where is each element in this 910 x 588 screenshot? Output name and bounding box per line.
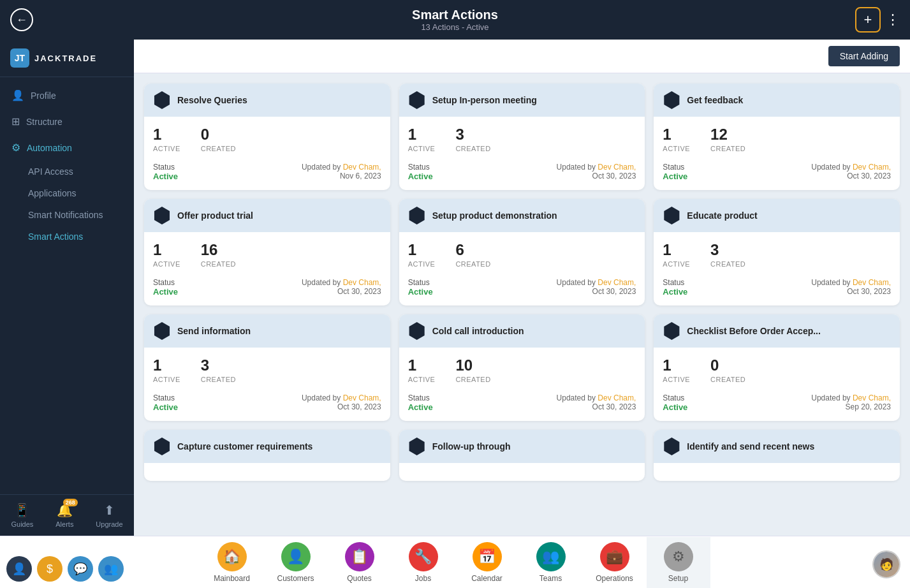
action-card-resolve-queries[interactable]: Resolve Queries 1 ACTIVE 0 CREATED <box>144 84 390 190</box>
dollar-icon-button[interactable]: $ <box>37 556 62 582</box>
card-title: Educate product <box>687 210 757 221</box>
update-link[interactable]: Dev Cham, <box>598 163 636 172</box>
action-card-follow-up-through[interactable]: Follow-up through <box>399 430 645 481</box>
action-card-get-feedback[interactable]: Get feedback 1 ACTIVE 12 CREATED St <box>654 84 900 190</box>
stat-created-num: 3 <box>201 356 236 374</box>
sidebar-label-structure: Structure <box>26 117 62 127</box>
header-right: + ⋮ <box>855 7 900 33</box>
nav-item-quotes[interactable]: 📋 Quotes <box>328 537 392 588</box>
group-icon-button[interactable]: 👥 <box>98 556 124 582</box>
nav-item-setup[interactable]: ⚙ Setup <box>647 537 710 588</box>
user-avatar[interactable]: 🧑 <box>872 550 900 578</box>
chat-icon-button[interactable]: 💬 <box>68 556 93 582</box>
back-button[interactable]: ← <box>10 8 33 31</box>
card-header: Capture customer requirements <box>144 430 390 463</box>
card-title: Cold call introduction <box>432 326 524 336</box>
update-link[interactable]: Dev Cham, <box>853 163 891 172</box>
sidebar-item-api-access[interactable]: API Access <box>0 161 134 182</box>
nav-item-customers[interactable]: 👤 Customers <box>264 537 328 588</box>
stat-created-label: CREATED <box>710 260 745 268</box>
action-card-setup-inperson[interactable]: Setup In-person meeting 1 ACTIVE 3 CREAT… <box>399 84 645 190</box>
header-center: Smart Actions 13 Actions - Active <box>412 8 498 32</box>
update-link[interactable]: Dev Cham, <box>853 393 891 402</box>
card-body: 1 ACTIVE 12 CREATED Status Active Update… <box>654 117 900 190</box>
stat-created-num: 0 <box>201 126 236 143</box>
sidebar-item-structure[interactable]: ⊞ Structure <box>0 108 134 135</box>
sidebar-item-automation[interactable]: ⚙ Automation <box>0 135 134 161</box>
card-header: Checklist Before Order Accep... <box>654 314 900 348</box>
bottom-left-icons: 👤 $ 💬 👥 <box>6 556 124 582</box>
sidebar-guides[interactable]: 📱 Guides <box>11 503 33 528</box>
card-title: Resolve Queries <box>177 95 247 105</box>
card-title: Setup In-person meeting <box>432 95 537 105</box>
bottom-nav: 🏠 Mainboard 👤 Customers 📋 Quotes 🔧 Jobs … <box>0 536 910 588</box>
action-card-identify-send-news[interactable]: Identify and send recent news <box>654 430 900 481</box>
sidebar-item-profile[interactable]: 👤 Profile <box>0 82 134 108</box>
nav-item-teams[interactable]: 👥 Teams <box>519 537 583 588</box>
alerts-badge: 268 <box>63 499 78 506</box>
action-card-setup-product-demo[interactable]: Setup product demonstration 1 ACTIVE 6 C… <box>399 199 645 305</box>
user-icon-button[interactable]: 👤 <box>6 556 32 582</box>
stat-active-num: 1 <box>408 241 436 259</box>
nav-item-calendar[interactable]: 📅 Calendar <box>455 537 519 588</box>
stat-created-num: 12 <box>710 126 745 143</box>
sidebar-logo: JT JACKTRADE <box>0 40 134 77</box>
update-block: Updated by Dev Cham,Oct 30, 2023 <box>302 278 381 296</box>
action-card-cold-call-introduction[interactable]: Cold call introduction 1 ACTIVE 10 CREAT… <box>399 314 645 421</box>
stat-active-num: 1 <box>153 241 180 259</box>
sidebar-alerts[interactable]: 🔔 268 Alerts <box>55 503 73 528</box>
update-link[interactable]: Dev Cham, <box>598 278 636 287</box>
logo-text: JACKTRADE <box>34 54 97 63</box>
stat-created-num: 6 <box>455 241 490 259</box>
stat-active-label: ACTIVE <box>408 376 436 383</box>
nav-item-mainboard[interactable]: 🏠 Mainboard <box>200 537 264 588</box>
stat-created-num: 0 <box>710 356 745 374</box>
status-label: Status <box>663 163 687 172</box>
card-body: 1 ACTIVE 3 CREATED Status Active Updated… <box>399 117 645 190</box>
add-button[interactable]: + <box>855 7 881 33</box>
update-link[interactable]: Dev Cham, <box>343 393 381 402</box>
action-card-send-information[interactable]: Send information 1 ACTIVE 3 CREATED <box>144 314 390 421</box>
sidebar-item-smart-actions[interactable]: Smart Actions <box>0 226 134 247</box>
update-link[interactable]: Dev Cham, <box>343 163 381 172</box>
card-icon <box>663 322 680 340</box>
status-value: Active <box>408 402 433 412</box>
stat-active-num: 1 <box>663 356 690 374</box>
stat-created-label: CREATED <box>455 376 490 383</box>
stat-created-label: CREATED <box>710 145 745 152</box>
sidebar-label-smart-actions: Smart Actions <box>28 232 83 242</box>
stat-active-label: ACTIVE <box>663 145 690 152</box>
card-header: Resolve Queries <box>144 84 390 117</box>
more-options-button[interactable]: ⋮ <box>886 11 900 28</box>
page-title: Smart Actions <box>412 8 498 22</box>
action-card-capture-customer[interactable]: Capture customer requirements <box>144 430 390 481</box>
card-header: Setup product demonstration <box>399 199 645 232</box>
action-card-checklist-before-order[interactable]: Checklist Before Order Accep... 1 ACTIVE… <box>654 314 900 421</box>
sidebar-item-smart-notifications[interactable]: Smart Notifications <box>0 204 134 226</box>
sidebar-bottom: 📱 Guides 🔔 268 Alerts ⬆ Upgrade <box>0 494 134 536</box>
update-block: Updated by Dev Cham,Oct 30, 2023 <box>302 393 381 411</box>
update-link[interactable]: Dev Cham, <box>343 278 381 287</box>
stat-active-label: ACTIVE <box>408 145 436 152</box>
sidebar-item-applications[interactable]: Applications <box>0 182 134 204</box>
card-icon <box>663 437 680 455</box>
stat-active-num: 1 <box>663 241 690 259</box>
status-label: Status <box>153 393 178 402</box>
stat-created-label: CREATED <box>201 376 236 383</box>
start-adding-button[interactable]: Start Adding <box>828 46 900 66</box>
nav-icon-operations: 💼 <box>600 542 629 571</box>
nav-icon-teams: 👥 <box>536 542 566 571</box>
nav-icon-calendar: 📅 <box>473 542 502 571</box>
status-value: Active <box>408 287 433 297</box>
card-title: Offer product trial <box>177 210 253 221</box>
nav-label-calendar: Calendar <box>471 574 503 583</box>
card-body <box>144 463 390 481</box>
action-card-educate-product[interactable]: Educate product 1 ACTIVE 3 CREATED <box>654 199 900 305</box>
update-link[interactable]: Dev Cham, <box>598 393 636 402</box>
nav-item-jobs[interactable]: 🔧 Jobs <box>392 537 455 588</box>
status-value: Active <box>663 402 687 412</box>
nav-item-operations[interactable]: 💼 Operations <box>583 537 647 588</box>
sidebar-upgrade[interactable]: ⬆ Upgrade <box>96 503 122 528</box>
update-link[interactable]: Dev Cham, <box>853 278 891 287</box>
action-card-offer-product-trial[interactable]: Offer product trial 1 ACTIVE 16 CREATED <box>144 199 390 305</box>
